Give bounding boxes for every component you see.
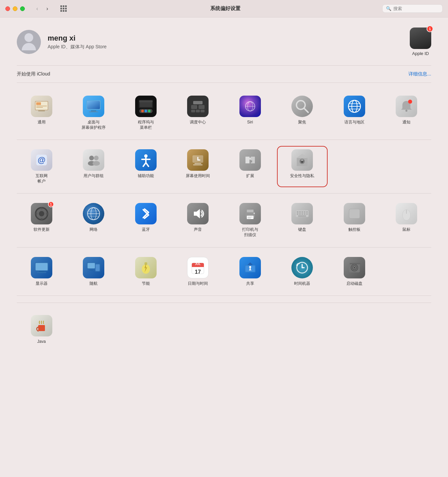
item-accessibility[interactable]: 辅助功能 [121, 147, 171, 187]
item-sidecar[interactable]: 随航 [69, 254, 119, 289]
screentime-svg [190, 152, 206, 168]
item-datetime[interactable]: 17 JUL 日期与时间 [173, 254, 223, 289]
icon-sidecar [83, 257, 104, 278]
avatar[interactable] [17, 30, 41, 54]
item-sharing[interactable]: 共享 [225, 254, 275, 289]
icon-dock [135, 96, 157, 117]
close-button[interactable] [5, 6, 10, 11]
svg-rect-96 [39, 271, 44, 272]
dock-svg [138, 98, 154, 114]
maximize-button[interactable] [20, 6, 25, 11]
item-extension[interactable]: 扩展 [225, 147, 275, 187]
item-general[interactable]: 通用 [17, 93, 66, 133]
apple-id-button[interactable]: 1 Apple ID [410, 28, 431, 56]
svg-marker-113 [247, 262, 253, 265]
label-users: 用户与群组 [83, 173, 104, 179]
item-notification[interactable]: 通知 [382, 93, 432, 133]
notification-svg [398, 98, 414, 114]
svg-rect-84 [297, 213, 298, 215]
item-dock[interactable]: 程序坞与菜单栏 [121, 93, 171, 133]
item-security[interactable]: 安全性与隐私 [278, 147, 327, 187]
section-advanced: 显示器 随航 [17, 254, 431, 296]
svg-rect-81 [301, 211, 303, 213]
apple-id-badge: 1 [427, 25, 433, 32]
item-sound[interactable]: 声音 [173, 200, 223, 240]
item-bluetooth[interactable]: 蓝牙 [121, 200, 171, 240]
trackpad-svg [346, 206, 362, 222]
search-input[interactable] [393, 6, 434, 11]
svg-rect-126 [38, 325, 45, 331]
icon-display [31, 257, 52, 278]
icon-grid-bottom: Java [17, 312, 431, 347]
svg-marker-54 [297, 154, 307, 158]
icon-grid-hardware: 1 软件更新 网络 [17, 200, 431, 240]
label-timemachine: 时间机器 [294, 281, 310, 286]
svg-rect-2 [36, 102, 41, 105]
svg-rect-76 [247, 218, 251, 218]
label-dock: 程序坞与菜单栏 [138, 120, 154, 130]
item-internet[interactable]: @ 互联网帐户 [17, 147, 66, 187]
icloud-row: 开始使用 iCloud 详细信息... [17, 65, 431, 83]
label-mouse: 鼠标 [402, 227, 410, 232]
icon-accessibility [135, 149, 157, 171]
search-icon: 🔍 [386, 6, 391, 11]
svg-marker-71 [194, 209, 200, 218]
svg-rect-102 [90, 270, 93, 270]
item-screentime[interactable]: 屏幕使用时间 [173, 147, 223, 187]
item-timemachine[interactable]: 时间机器 [278, 254, 327, 289]
item-startup[interactable]: 启动磁盘 [330, 254, 379, 289]
item-printer[interactable]: 打印机与扫描仪 [225, 200, 275, 240]
item-language[interactable]: 语言与地区 [330, 93, 379, 133]
item-keyboard[interactable]: 键盘 [278, 200, 327, 240]
item-mission[interactable]: 调度中心 [173, 93, 223, 133]
icon-grid-advanced: 显示器 随航 [17, 254, 431, 289]
item-display[interactable]: 显示器 [17, 254, 66, 289]
search-box[interactable]: 🔍 [382, 4, 443, 13]
svg-point-42 [93, 161, 100, 166]
titlebar: ‹ › 系统偏好设置 🔍 [0, 0, 448, 17]
svg-text:JUL: JUL [195, 262, 201, 266]
bottom-section: Java [17, 312, 431, 347]
item-mouse[interactable]: 鼠标 [382, 200, 432, 240]
svg-rect-79 [297, 211, 298, 213]
svg-rect-22 [196, 110, 200, 112]
nav-buttons: ‹ › [33, 4, 52, 13]
svg-rect-61 [41, 208, 43, 209]
icon-users [83, 149, 104, 171]
icloud-text: 开始使用 iCloud [17, 71, 50, 77]
svg-rect-8 [87, 101, 100, 109]
item-software[interactable]: 1 软件更新 [17, 200, 66, 240]
label-siri: Siri [247, 120, 253, 125]
item-network[interactable]: 网络 [69, 200, 119, 240]
item-java[interactable]: Java [17, 312, 66, 347]
forward-button[interactable]: › [43, 4, 52, 13]
item-trackpad[interactable]: 触控板 [330, 200, 379, 240]
bluetooth-svg [138, 206, 154, 222]
icon-sharing [239, 257, 261, 278]
label-extension: 扩展 [246, 173, 254, 179]
svg-rect-86 [301, 213, 303, 215]
svg-rect-5 [38, 110, 45, 111]
back-button[interactable]: ‹ [33, 4, 42, 13]
label-general: 通用 [38, 120, 46, 125]
label-datetime: 日期与时间 [188, 281, 208, 286]
minimize-button[interactable] [13, 6, 17, 11]
svg-rect-88 [306, 213, 308, 215]
svg-rect-75 [247, 217, 253, 217]
spotlight-svg [294, 98, 310, 114]
grid-view-button[interactable] [58, 4, 68, 13]
item-desktop[interactable]: 桌面与屏幕保护程序 [69, 93, 119, 133]
svg-point-18 [148, 110, 151, 112]
section-personal: 通用 [17, 93, 431, 140]
item-spotlight[interactable]: 聚焦 [278, 93, 327, 133]
item-users[interactable]: 用户与群组 [69, 147, 119, 187]
item-siri[interactable]: Siri [225, 93, 275, 133]
svg-rect-62 [41, 218, 43, 220]
svg-line-29 [304, 108, 308, 112]
item-energy[interactable]: 节能 [121, 254, 171, 289]
label-printer: 打印机与扫描仪 [242, 227, 258, 237]
icloud-link[interactable]: 详细信息... [408, 71, 431, 77]
svg-rect-87 [304, 213, 305, 215]
icon-security [291, 149, 313, 171]
icon-java [31, 315, 52, 336]
